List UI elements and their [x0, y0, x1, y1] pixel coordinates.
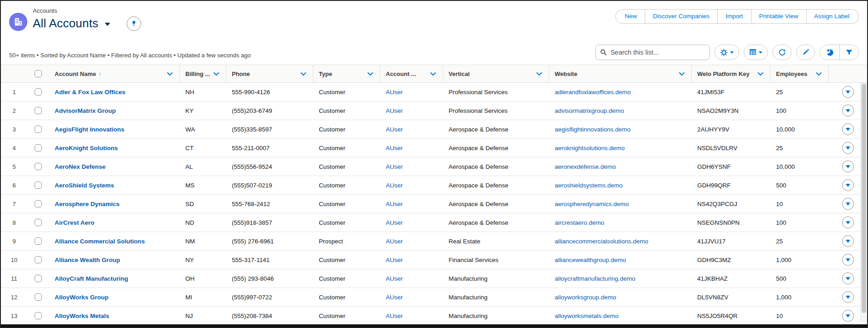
account-owner-link[interactable]: AUser — [386, 294, 403, 301]
row-checkbox[interactable] — [35, 144, 42, 151]
row-actions-button[interactable] — [842, 254, 854, 266]
billing-state-column-menu[interactable] — [212, 71, 220, 77]
discover-companies-button[interactable]: Discover Companies — [645, 9, 718, 24]
employees-column-menu[interactable] — [815, 71, 823, 77]
row-actions-button[interactable] — [842, 86, 854, 98]
website-link[interactable]: advisormatrixgroup.demo — [555, 107, 624, 114]
account-owner-link[interactable]: AUser — [386, 107, 403, 114]
account-owner-link[interactable]: AUser — [386, 313, 403, 319]
column-header-account-owner[interactable]: Account ... — [380, 65, 443, 82]
website-link[interactable]: alloycraftmanufacturing.demo — [555, 275, 635, 282]
row-checkbox[interactable] — [35, 88, 42, 96]
row-actions-button[interactable] — [842, 310, 854, 322]
website-column-menu[interactable] — [678, 71, 686, 77]
row-actions-button[interactable] — [842, 272, 854, 284]
account-owner-link[interactable]: AUser — [386, 89, 403, 96]
column-header-employees[interactable]: Employees — [771, 65, 829, 82]
vertical-column-menu[interactable] — [535, 71, 543, 77]
account-name-link[interactable]: AirCrest Aero — [55, 219, 94, 226]
row-checkbox[interactable] — [35, 293, 42, 301]
account-name-link[interactable]: AdvisorMatrix Group — [55, 107, 116, 114]
filters-button[interactable] — [839, 45, 858, 60]
website-link[interactable]: adlerandfoxlawoffices.demo — [555, 89, 631, 96]
row-checkbox[interactable] — [35, 275, 42, 282]
account-name-link[interactable]: AegisFlight Innovations — [55, 126, 124, 133]
website-link[interactable]: aircrestaero.demo — [555, 219, 604, 226]
printable-view-button[interactable]: Printable View — [751, 9, 807, 24]
account-name-link[interactable]: AeroShield Systems — [55, 182, 114, 189]
row-checkbox[interactable] — [35, 237, 42, 245]
account-owner-link[interactable]: AUser — [386, 201, 403, 207]
column-header-website[interactable]: Website — [549, 65, 692, 82]
row-checkbox[interactable] — [35, 163, 42, 170]
import-button[interactable]: Import — [718, 9, 751, 24]
row-checkbox[interactable] — [35, 312, 42, 319]
row-actions-button[interactable] — [842, 179, 854, 191]
account-name-link[interactable]: AlloyCraft Manufacturing — [55, 275, 128, 282]
account-name-link[interactable]: AlloyWorks Group — [55, 294, 108, 301]
refresh-button[interactable] — [772, 45, 791, 60]
account-owner-link[interactable]: AUser — [386, 219, 403, 226]
list-view-settings-button[interactable] — [715, 45, 739, 60]
website-link[interactable]: aeroshieldsystems.demo — [555, 182, 623, 189]
row-checkbox[interactable] — [35, 107, 42, 114]
account-owner-link[interactable]: AUser — [386, 275, 403, 282]
row-actions-button[interactable] — [842, 123, 854, 135]
row-actions-button[interactable] — [842, 235, 854, 247]
website-link[interactable]: aeronexdefense.demo — [555, 163, 616, 170]
website-link[interactable]: alloyworksgroup.demo — [555, 294, 616, 301]
column-header-type[interactable]: Type — [313, 65, 380, 82]
row-actions-button[interactable] — [842, 142, 854, 154]
column-header-billing-state[interactable]: Billing ... — [180, 65, 226, 82]
row-checkbox[interactable] — [35, 219, 42, 226]
pin-list-view-button[interactable] — [127, 16, 141, 31]
account-name-column-menu[interactable] — [166, 71, 174, 77]
search-input[interactable] — [610, 49, 705, 56]
row-actions-button[interactable] — [842, 291, 854, 303]
row-actions-button[interactable] — [842, 105, 854, 116]
website-link[interactable]: alliancecommercialsolutions.demo — [555, 238, 648, 245]
account-owner-link[interactable]: AUser — [386, 238, 403, 245]
row-actions-button[interactable] — [842, 217, 854, 228]
account-name-link[interactable]: Alliance Wealth Group — [55, 257, 120, 263]
account-name-link[interactable]: AeroKnight Solutions — [55, 145, 118, 151]
row-actions-button[interactable] — [842, 161, 854, 172]
charts-button[interactable] — [820, 45, 839, 60]
edit-list-button[interactable] — [796, 45, 815, 60]
row-checkbox[interactable] — [35, 200, 42, 207]
row-actions-button[interactable] — [842, 198, 854, 210]
website-link[interactable]: alliancewealthgroup.demo — [555, 257, 626, 263]
account-owner-column-menu[interactable] — [429, 71, 437, 77]
account-name-link[interactable]: Adler & Fox Law Offices — [55, 89, 125, 96]
account-owner-link[interactable]: AUser — [386, 257, 403, 263]
column-header-welo-platform-key[interactable]: Welo Platform Key — [692, 65, 771, 82]
row-checkbox[interactable] — [35, 182, 42, 189]
account-owner-link[interactable]: AUser — [386, 145, 403, 151]
website-link[interactable]: aerospheredynamics.demo — [555, 201, 629, 207]
account-name-link[interactable]: Alliance Commercial Solutions — [55, 238, 145, 245]
scrollbar-thumb[interactable] — [862, 84, 866, 313]
display-as-button[interactable] — [744, 45, 768, 60]
column-header-phone[interactable]: Phone — [226, 65, 313, 82]
website-link[interactable]: aegisflightinnovations.demo — [555, 126, 631, 133]
vertical-scrollbar[interactable] — [860, 83, 867, 322]
column-header-account-name[interactable]: Account Name ↑ — [49, 65, 180, 82]
row-checkbox[interactable] — [35, 256, 42, 263]
account-owner-link[interactable]: AUser — [386, 182, 403, 189]
account-name-link[interactable]: AlloyWorks Metals — [55, 313, 109, 319]
website-link[interactable]: aeroknightsolutions.demo — [555, 145, 625, 151]
phone-column-menu[interactable] — [299, 71, 307, 77]
type-column-menu[interactable] — [366, 71, 374, 77]
new-button[interactable]: New — [615, 9, 645, 24]
account-name-link[interactable]: Aerosphere Dynamics — [55, 201, 120, 207]
row-checkbox[interactable] — [35, 126, 42, 133]
list-view-selector-caret-icon[interactable] — [105, 23, 110, 26]
column-header-vertical[interactable]: Vertical — [443, 65, 549, 82]
account-owner-link[interactable]: AUser — [386, 126, 403, 133]
select-all-checkbox[interactable] — [35, 70, 42, 77]
account-owner-link[interactable]: AUser — [386, 163, 403, 170]
assign-label-button[interactable]: Assign Label — [807, 9, 859, 24]
account-name-link[interactable]: AeroNex Defense — [55, 163, 106, 170]
welo-key-column-menu[interactable] — [756, 71, 765, 77]
website-link[interactable]: alloyworksmetals.demo — [555, 313, 618, 319]
